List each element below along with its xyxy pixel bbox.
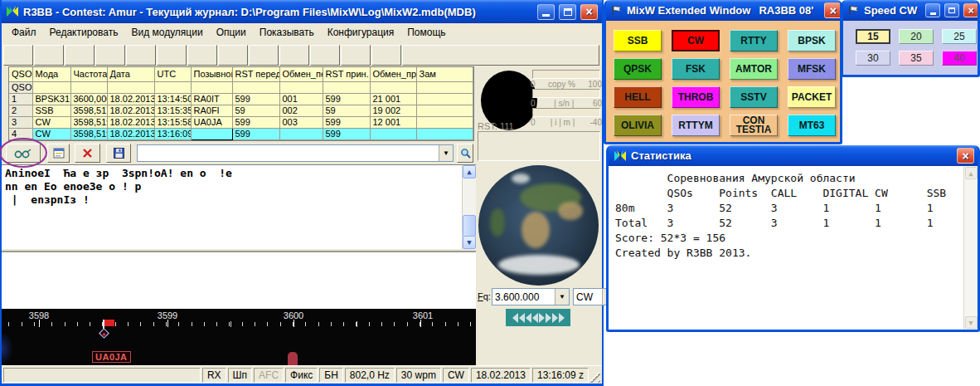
status-rx[interactable]: RX — [202, 368, 226, 383]
mode-button-ssb[interactable]: SSB — [614, 30, 662, 51]
step-right-icon[interactable] — [552, 313, 558, 323]
status-squelch[interactable]: Шп — [228, 368, 253, 383]
close-button[interactable]: × — [957, 148, 974, 164]
step-right-icon[interactable] — [559, 313, 565, 323]
menu-view[interactable]: Показывать — [253, 25, 321, 40]
menu-configuration[interactable]: Конфигурация — [321, 25, 401, 40]
speed-button-40[interactable]: 40 — [942, 51, 977, 66]
status-afc[interactable]: AFC — [254, 368, 284, 383]
cell-freq[interactable]: 3598,517 — [70, 105, 107, 116]
step-left-icon[interactable] — [526, 313, 531, 323]
col-header-rst-rcvd[interactable]: RST прин. — [323, 67, 370, 81]
filter-cell[interactable] — [279, 81, 323, 93]
mode-button-packet[interactable]: PACKET — [788, 86, 836, 108]
cell-exch-sent[interactable]: 002 — [279, 105, 323, 116]
cell-mode[interactable]: BPSK31 — [32, 93, 70, 105]
filter-cell[interactable] — [191, 81, 232, 93]
macro-button[interactable] — [310, 45, 340, 66]
cell-notes[interactable] — [416, 116, 473, 128]
cell-rst-sent[interactable]: 599 — [232, 116, 279, 128]
minimize-button[interactable] — [537, 4, 555, 20]
macro-button[interactable] — [402, 45, 599, 66]
macro-button[interactable] — [34, 45, 64, 66]
step-right-icon[interactable] — [539, 313, 545, 323]
speed-button-35[interactable]: 35 — [899, 51, 934, 66]
scroll-down-icon[interactable]: ▼ — [965, 316, 978, 329]
speed-titlebar[interactable]: Speed CW × — [843, 0, 978, 21]
maximize-button[interactable] — [559, 4, 576, 20]
extended-titlebar[interactable]: MixW Extended Window RA3BB 08' × — [606, 0, 840, 21]
macro-button[interactable] — [249, 45, 279, 66]
step-left-icon[interactable] — [532, 313, 538, 323]
menu-options[interactable]: Опции — [210, 25, 253, 40]
cell-exch-rcvd[interactable]: 21 001 — [370, 93, 416, 105]
status-bn[interactable]: БН — [319, 368, 343, 383]
new-record-button[interactable] — [47, 144, 70, 163]
menu-edit[interactable]: Редактировать — [43, 25, 125, 40]
menu-file[interactable]: Файл — [5, 25, 43, 40]
cell-notes[interactable] — [416, 105, 473, 116]
cell-utc[interactable]: 13:16:09 — [154, 128, 191, 139]
cell-rst-sent[interactable]: 599 — [232, 128, 279, 139]
cell-mode[interactable]: CW — [32, 116, 70, 128]
chevron-down-icon[interactable]: ▼ — [555, 289, 569, 305]
scrollbar-thumb[interactable] — [463, 215, 476, 237]
cell-date[interactable]: 18.02.2013 — [107, 93, 154, 105]
cell-rst-sent[interactable]: 59 — [232, 105, 279, 116]
menu-help[interactable]: Помощь — [400, 25, 452, 40]
mode-button-qpsk[interactable]: QPSK — [614, 58, 662, 80]
callsign-combobox[interactable]: ▼ — [137, 144, 454, 162]
col-header-date[interactable]: Дата — [107, 67, 154, 81]
filter-cell[interactable] — [232, 81, 279, 93]
mode-button-throb[interactable]: THROB — [672, 86, 720, 108]
step-right-icon[interactable] — [546, 313, 551, 323]
cell-exch-rcvd[interactable]: 12 001 — [370, 116, 416, 128]
filter-cell[interactable] — [70, 81, 107, 93]
tx-pane[interactable] — [2, 251, 476, 309]
mode-button-hell[interactable]: HELL — [614, 86, 662, 108]
col-header-rst-sent[interactable]: RST перед. — [232, 67, 279, 81]
cell-rst-rcvd[interactable]: 599 — [323, 128, 370, 139]
filter-cell[interactable] — [107, 81, 154, 93]
cell-rst-sent[interactable]: 599 — [232, 93, 279, 105]
cell-date[interactable]: 18.02.2013 — [107, 105, 154, 116]
speed-button-30[interactable]: 30 — [856, 51, 890, 66]
macro-button[interactable] — [3, 45, 33, 66]
mode-button-amtor[interactable]: AMTOR — [730, 58, 778, 80]
macro-button[interactable] — [341, 45, 371, 66]
cell-rst-rcvd[interactable]: 599 — [323, 116, 370, 128]
macro-button[interactable] — [126, 45, 156, 66]
cell-exch-sent[interactable] — [279, 128, 323, 139]
macro-button[interactable] — [218, 45, 248, 66]
macro-button[interactable] — [95, 45, 125, 66]
rx-decode-pane[interactable]: AninoeI Ћa e зp Зspn!oA! en o !e nn en E… — [2, 164, 476, 249]
menu-mode[interactable]: Вид модуляции — [124, 25, 209, 40]
mode-button-bpsk[interactable]: BPSK — [788, 30, 836, 51]
table-row-selected[interactable]: 4 CW 3598,519 18.02.2013 13:16:09 599 59… — [9, 128, 473, 139]
scroll-up-icon[interactable]: ▲ — [463, 165, 476, 178]
col-header-call[interactable]: Позывной — [191, 67, 232, 81]
cell-utc[interactable]: 13:14:50 — [154, 93, 191, 105]
step-left-icon[interactable] — [519, 313, 525, 323]
bookmark-flag-icon[interactable] — [104, 320, 114, 326]
cell-mode[interactable]: SSB — [32, 105, 70, 116]
macro-button[interactable] — [279, 45, 309, 66]
cell-call[interactable]: RA0IT — [191, 93, 232, 105]
cell-utc[interactable]: 13:15:58 — [154, 116, 191, 128]
filter-cell[interactable] — [416, 81, 473, 93]
waterfall-display[interactable]: 3598 3599 3600 3601 UA0JA — [2, 309, 476, 365]
macro-button[interactable] — [65, 45, 95, 66]
macro-button[interactable] — [187, 45, 217, 66]
mode-button-mt63[interactable]: MT63 — [788, 115, 836, 136]
callsign-input[interactable] — [138, 145, 439, 161]
band-step-arrows[interactable] — [506, 309, 570, 326]
mode-button-cw[interactable]: CW — [672, 30, 720, 51]
mode-button-contestia[interactable]: CON TESTIA — [730, 115, 778, 136]
speed-button-25[interactable]: 25 — [942, 29, 977, 44]
speed-button-15[interactable]: 15 — [856, 29, 890, 44]
chevron-down-icon[interactable]: ▼ — [439, 145, 453, 161]
table-row[interactable]: 3 CW 3598,519 18.02.2013 13:15:58 UA0JA … — [9, 116, 473, 128]
resize-grip[interactable] — [590, 373, 600, 383]
mode-button-rtty[interactable]: RTTY — [730, 30, 778, 51]
mode-button-rttym[interactable]: RTTYM — [672, 115, 720, 136]
